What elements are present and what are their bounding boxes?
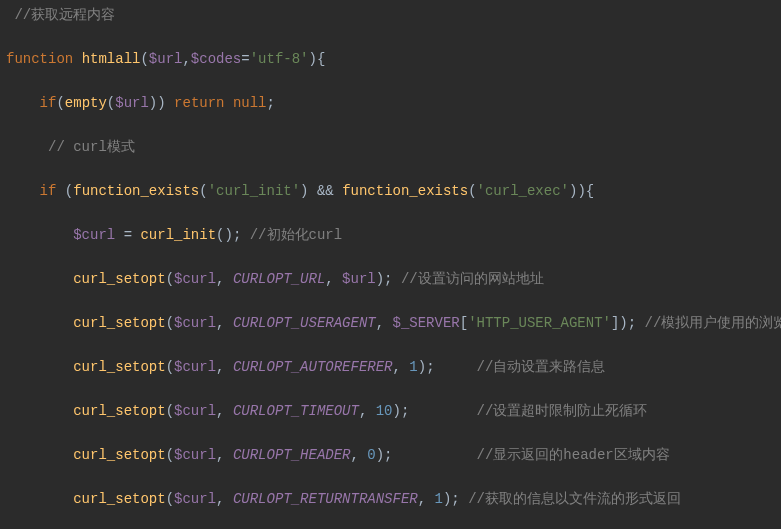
code-block: //获取远程内容 function htmlall($url,$codes='u…	[0, 0, 781, 529]
code-line: curl_setopt($curl, CURLOPT_TIMEOUT, 10);…	[6, 400, 781, 422]
code-line: //获取远程内容	[6, 4, 781, 26]
code-line: curl_setopt($curl, CURLOPT_HEADER, 0); /…	[6, 444, 781, 466]
code-line: if(empty($url)) return null;	[6, 92, 781, 114]
code-line: $curl = curl_init(); //初始化curl	[6, 224, 781, 246]
code-line: function htmlall($url,$codes='utf-8'){	[6, 48, 781, 70]
code-line: curl_setopt($curl, CURLOPT_URL, $url); /…	[6, 268, 781, 290]
code-line: // curl模式	[6, 136, 781, 158]
code-line: curl_setopt($curl, CURLOPT_AUTOREFERER, …	[6, 356, 781, 378]
code-line: curl_setopt($curl, CURLOPT_USERAGENT, $_…	[6, 312, 781, 334]
comment: //获取远程内容	[6, 7, 115, 23]
code-line: curl_setopt($curl, CURLOPT_RETURNTRANSFE…	[6, 488, 781, 510]
code-line: if (function_exists('curl_init') && func…	[6, 180, 781, 202]
